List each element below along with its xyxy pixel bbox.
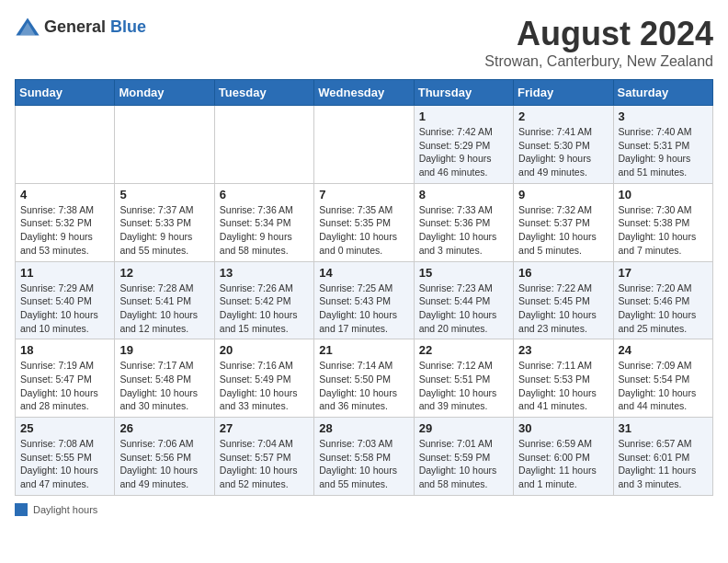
footer-label: Daylight hours [33, 504, 97, 515]
calendar-cell: 24Sunrise: 7:09 AM Sunset: 5:54 PM Dayli… [613, 339, 712, 418]
day-number: 4 [20, 188, 109, 201]
day-number: 30 [518, 421, 608, 435]
day-info: Sunrise: 7:12 AM Sunset: 5:51 PM Dayligh… [419, 359, 508, 413]
footer-color-box [15, 503, 28, 516]
day-info: Sunrise: 7:22 AM Sunset: 5:45 PM Dayligh… [518, 282, 608, 336]
day-number: 15 [419, 266, 508, 280]
calendar: SundayMondayTuesdayWednesdayThursdayFrid… [15, 79, 713, 496]
day-number: 19 [119, 343, 209, 357]
calendar-cell: 1Sunrise: 7:42 AM Sunset: 5:29 PM Daylig… [414, 106, 513, 184]
calendar-cell [115, 106, 214, 184]
day-number: 1 [419, 109, 508, 123]
day-number: 5 [119, 188, 209, 201]
day-number: 20 [220, 343, 309, 357]
day-number: 28 [319, 421, 408, 435]
day-info: Sunrise: 7:38 AM Sunset: 5:32 PM Dayligh… [20, 203, 109, 258]
calendar-cell: 10Sunrise: 7:30 AM Sunset: 5:38 PM Dayli… [613, 183, 712, 261]
day-number: 18 [20, 343, 109, 357]
calendar-cell: 23Sunrise: 7:11 AM Sunset: 5:53 PM Dayli… [514, 339, 613, 418]
calendar-cell [314, 106, 414, 184]
day-number: 7 [319, 188, 408, 201]
calendar-cell: 31Sunrise: 6:57 AM Sunset: 6:01 PM Dayli… [613, 418, 712, 496]
calendar-cell: 29Sunrise: 7:01 AM Sunset: 5:59 PM Dayli… [414, 418, 513, 496]
column-header-saturday: Saturday [613, 80, 712, 106]
calendar-cell: 19Sunrise: 7:17 AM Sunset: 5:48 PM Dayli… [115, 339, 214, 418]
calendar-cell: 20Sunrise: 7:16 AM Sunset: 5:49 PM Dayli… [214, 339, 313, 418]
day-info: Sunrise: 7:23 AM Sunset: 5:44 PM Dayligh… [419, 282, 508, 336]
column-header-wednesday: Wednesday [314, 80, 414, 106]
day-number: 12 [119, 266, 209, 280]
calendar-cell: 30Sunrise: 6:59 AM Sunset: 6:00 PM Dayli… [514, 418, 613, 496]
logo-icon [15, 15, 40, 40]
calendar-week-row: 4Sunrise: 7:38 AM Sunset: 5:32 PM Daylig… [16, 183, 713, 261]
calendar-cell: 25Sunrise: 7:08 AM Sunset: 5:55 PM Dayli… [16, 418, 115, 496]
day-number: 2 [518, 109, 608, 123]
day-info: Sunrise: 7:01 AM Sunset: 5:59 PM Dayligh… [419, 437, 508, 491]
day-info: Sunrise: 7:35 AM Sunset: 5:35 PM Dayligh… [319, 203, 408, 258]
calendar-header-row: SundayMondayTuesdayWednesdayThursdayFrid… [16, 80, 713, 106]
calendar-cell: 22Sunrise: 7:12 AM Sunset: 5:51 PM Dayli… [414, 339, 513, 418]
day-info: Sunrise: 6:59 AM Sunset: 6:00 PM Dayligh… [518, 437, 608, 491]
day-info: Sunrise: 7:25 AM Sunset: 5:43 PM Dayligh… [319, 282, 408, 336]
day-number: 9 [518, 188, 608, 201]
column-header-monday: Monday [115, 80, 214, 106]
day-info: Sunrise: 7:09 AM Sunset: 5:54 PM Dayligh… [619, 359, 708, 413]
day-info: Sunrise: 7:42 AM Sunset: 5:29 PM Dayligh… [419, 125, 508, 179]
day-info: Sunrise: 7:19 AM Sunset: 5:47 PM Dayligh… [20, 359, 109, 413]
calendar-week-row: 25Sunrise: 7:08 AM Sunset: 5:55 PM Dayli… [16, 418, 713, 496]
calendar-cell: 16Sunrise: 7:22 AM Sunset: 5:45 PM Dayli… [514, 261, 613, 339]
day-number: 31 [619, 421, 708, 435]
calendar-cell: 13Sunrise: 7:26 AM Sunset: 5:42 PM Dayli… [214, 261, 313, 339]
day-number: 29 [419, 421, 508, 435]
main-title: August 2024 [484, 15, 713, 53]
calendar-cell: 12Sunrise: 7:28 AM Sunset: 5:41 PM Dayli… [115, 261, 214, 339]
calendar-cell: 2Sunrise: 7:41 AM Sunset: 5:30 PM Daylig… [514, 106, 613, 184]
day-info: Sunrise: 7:33 AM Sunset: 5:36 PM Dayligh… [419, 203, 508, 258]
calendar-cell: 7Sunrise: 7:35 AM Sunset: 5:35 PM Daylig… [314, 183, 414, 261]
calendar-cell: 18Sunrise: 7:19 AM Sunset: 5:47 PM Dayli… [16, 339, 115, 418]
day-info: Sunrise: 7:37 AM Sunset: 5:33 PM Dayligh… [119, 203, 209, 258]
calendar-cell: 5Sunrise: 7:37 AM Sunset: 5:33 PM Daylig… [115, 183, 214, 261]
column-header-sunday: Sunday [16, 80, 115, 106]
sub-title: Strowan, Canterbury, New Zealand [484, 53, 713, 70]
day-info: Sunrise: 7:06 AM Sunset: 5:56 PM Dayligh… [119, 437, 209, 491]
day-info: Sunrise: 7:29 AM Sunset: 5:40 PM Dayligh… [20, 282, 109, 336]
day-info: Sunrise: 7:20 AM Sunset: 5:46 PM Dayligh… [619, 282, 708, 336]
day-info: Sunrise: 7:11 AM Sunset: 5:53 PM Dayligh… [518, 359, 608, 413]
day-number: 25 [20, 421, 109, 435]
calendar-cell: 21Sunrise: 7:14 AM Sunset: 5:50 PM Dayli… [314, 339, 414, 418]
day-info: Sunrise: 7:08 AM Sunset: 5:55 PM Dayligh… [20, 437, 109, 491]
day-number: 23 [518, 343, 608, 357]
logo: General Blue [15, 15, 146, 40]
day-number: 10 [619, 188, 708, 201]
day-info: Sunrise: 7:14 AM Sunset: 5:50 PM Dayligh… [319, 359, 408, 413]
day-info: Sunrise: 7:40 AM Sunset: 5:31 PM Dayligh… [619, 125, 708, 179]
logo-general: General [44, 17, 106, 36]
calendar-cell: 14Sunrise: 7:25 AM Sunset: 5:43 PM Dayli… [314, 261, 414, 339]
footer: Daylight hours [15, 503, 713, 516]
day-info: Sunrise: 7:26 AM Sunset: 5:42 PM Dayligh… [220, 282, 309, 336]
column-header-thursday: Thursday [414, 80, 513, 106]
calendar-week-row: 18Sunrise: 7:19 AM Sunset: 5:47 PM Dayli… [16, 339, 713, 418]
calendar-cell: 8Sunrise: 7:33 AM Sunset: 5:36 PM Daylig… [414, 183, 513, 261]
day-number: 8 [419, 188, 508, 201]
day-number: 13 [220, 266, 309, 280]
calendar-week-row: 11Sunrise: 7:29 AM Sunset: 5:40 PM Dayli… [16, 261, 713, 339]
calendar-week-row: 1Sunrise: 7:42 AM Sunset: 5:29 PM Daylig… [16, 106, 713, 184]
day-info: Sunrise: 7:41 AM Sunset: 5:30 PM Dayligh… [518, 125, 608, 179]
title-area: August 2024 Strowan, Canterbury, New Zea… [484, 15, 713, 70]
calendar-cell: 3Sunrise: 7:40 AM Sunset: 5:31 PM Daylig… [613, 106, 712, 184]
day-info: Sunrise: 7:16 AM Sunset: 5:49 PM Dayligh… [220, 359, 309, 413]
day-info: Sunrise: 6:57 AM Sunset: 6:01 PM Dayligh… [619, 437, 708, 491]
day-number: 6 [220, 188, 309, 201]
day-number: 14 [319, 266, 408, 280]
day-info: Sunrise: 7:04 AM Sunset: 5:57 PM Dayligh… [220, 437, 309, 491]
calendar-cell: 26Sunrise: 7:06 AM Sunset: 5:56 PM Dayli… [115, 418, 214, 496]
calendar-cell: 28Sunrise: 7:03 AM Sunset: 5:58 PM Dayli… [314, 418, 414, 496]
day-number: 17 [619, 266, 708, 280]
day-info: Sunrise: 7:28 AM Sunset: 5:41 PM Dayligh… [119, 282, 209, 336]
calendar-cell: 27Sunrise: 7:04 AM Sunset: 5:57 PM Dayli… [214, 418, 313, 496]
calendar-cell: 15Sunrise: 7:23 AM Sunset: 5:44 PM Dayli… [414, 261, 513, 339]
calendar-cell: 9Sunrise: 7:32 AM Sunset: 5:37 PM Daylig… [514, 183, 613, 261]
column-header-friday: Friday [514, 80, 613, 106]
